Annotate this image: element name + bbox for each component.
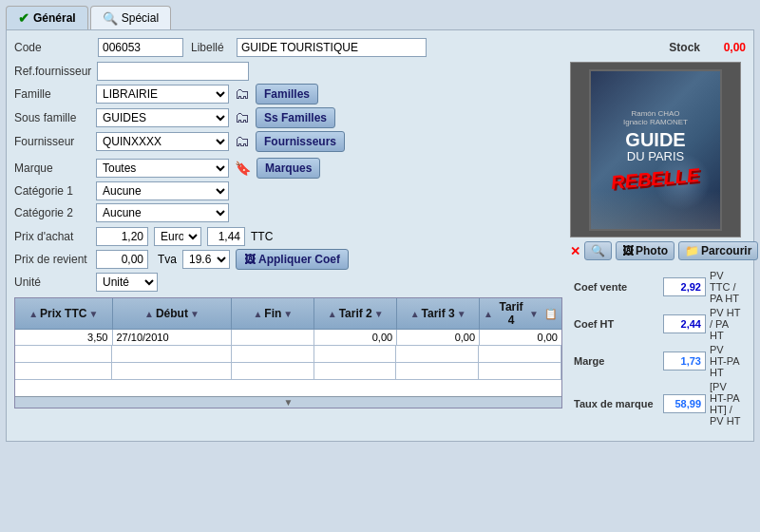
sous-famille-select[interactable]: GUIDES bbox=[96, 108, 229, 127]
famille-icon: 🗂 bbox=[235, 86, 250, 103]
familles-button[interactable]: Familles bbox=[256, 84, 318, 104]
photo-button[interactable]: 🖼 Photo bbox=[616, 241, 674, 260]
unite-label: Unité bbox=[14, 276, 90, 289]
marque-label: Marque bbox=[14, 162, 90, 175]
currency-select[interactable]: Euro bbox=[154, 227, 201, 246]
book-authors: Ramón CHAO Ignacio RAMONET bbox=[623, 109, 688, 126]
scroll-down-arrow[interactable]: ▼ bbox=[15, 396, 561, 408]
cell-prix-ttc: 3,50 bbox=[15, 330, 113, 345]
col-tarif4: ▲ Tarif 4 ▼ 📋 bbox=[480, 298, 561, 329]
appliquer-coef-icon: 🖼 bbox=[244, 253, 256, 266]
parcourir-button[interactable]: 📁 Parcourir bbox=[678, 241, 758, 260]
table-row: 3,50 27/10/2010 0,00 0,00 0,00 bbox=[15, 330, 561, 346]
cell-tarif4: 0,00 bbox=[480, 330, 561, 345]
check-icon: ✔ bbox=[18, 10, 29, 26]
ref-fournisseur-input[interactable] bbox=[97, 62, 249, 81]
coef-ht-label: Coef HT bbox=[574, 318, 659, 330]
tva-label: Tva bbox=[158, 253, 177, 266]
photo-label: Photo bbox=[636, 244, 668, 257]
fournisseur-icon: 🗂 bbox=[235, 133, 250, 150]
ttc-label: TTC bbox=[251, 230, 273, 243]
sous-famille-icon: 🗂 bbox=[235, 109, 250, 126]
tab-general-label: Général bbox=[33, 11, 76, 25]
categorie1-label: Catégorie 1 bbox=[14, 184, 90, 198]
col-tarif3: ▲ Tarif 3 ▼ bbox=[397, 298, 480, 329]
photo-area: Ramón CHAO Ignacio RAMONET GUIDE DU PARI… bbox=[570, 62, 741, 238]
marque-icon: 🔖 bbox=[235, 161, 251, 176]
table-add-icon[interactable]: 📋 bbox=[544, 308, 558, 320]
parcourir-icon: 📁 bbox=[685, 244, 699, 257]
cell-fin bbox=[232, 330, 314, 345]
marge-desc: PV HT-PA HT bbox=[710, 344, 742, 378]
price-table: ▲ Prix TTC ▼ ▲ Début ▼ ▲ Fin ▼ bbox=[14, 297, 562, 408]
col-debut: ▲ Début ▼ bbox=[113, 298, 233, 329]
appliquer-coef-button[interactable]: 🖼 Appliquer Coef bbox=[236, 249, 349, 270]
tva-select[interactable]: 19.6 bbox=[182, 250, 230, 269]
prix-achat-input[interactable] bbox=[96, 227, 148, 246]
libelle-label: Libellé bbox=[191, 41, 229, 54]
tab-general[interactable]: ✔ Général bbox=[6, 6, 88, 29]
prix-revient-label: Prix de revient bbox=[14, 253, 90, 266]
coef-ht-desc: PV HT / PA HT bbox=[710, 307, 742, 341]
fournisseur-label: Fournisseur bbox=[14, 135, 90, 148]
fournisseur-select[interactable]: QUINXXXX bbox=[96, 132, 229, 151]
code-label: Code bbox=[14, 41, 90, 54]
parcourir-label: Parcourir bbox=[701, 244, 751, 257]
famille-label: Famille bbox=[14, 87, 90, 101]
stock-value: 0,00 bbox=[708, 41, 746, 54]
libelle-input[interactable] bbox=[237, 38, 427, 57]
code-input[interactable] bbox=[98, 38, 183, 57]
coef-vente-desc: PV TTC / PA HT bbox=[710, 270, 742, 304]
sort-icon-prix[interactable]: ▲ bbox=[28, 309, 38, 319]
marge-input[interactable] bbox=[663, 352, 706, 370]
marques-button-label: Marques bbox=[265, 162, 312, 175]
tab-special[interactable]: 🔍 Spécial bbox=[90, 6, 171, 29]
sous-famille-label: Sous famille bbox=[14, 111, 90, 124]
book-title-line1: GUIDE bbox=[625, 130, 685, 149]
marque-select[interactable]: Toutes bbox=[96, 159, 229, 178]
col-prix-ttc: ▲ Prix TTC ▼ bbox=[15, 298, 113, 329]
marques-button[interactable]: Marques bbox=[256, 158, 320, 179]
unite-select[interactable]: Unité bbox=[96, 273, 158, 292]
col-fin: ▲ Fin ▼ bbox=[232, 298, 314, 329]
taux-marque-label: Taux de marque bbox=[574, 398, 659, 409]
coef-ht-input[interactable] bbox=[663, 314, 706, 333]
stock-label: Stock bbox=[669, 41, 700, 54]
cell-tarif3: 0,00 bbox=[397, 330, 480, 345]
taux-marque-input[interactable] bbox=[663, 394, 706, 413]
special-icon: 🔍 bbox=[103, 11, 118, 26]
categorie2-label: Catégorie 2 bbox=[14, 206, 90, 219]
taux-marque-desc: [PV HT-PA HT] / PV HT bbox=[710, 381, 742, 427]
cell-tarif2: 0,00 bbox=[314, 330, 397, 345]
appliquer-coef-label: Appliquer Coef bbox=[258, 253, 340, 266]
zoom-button[interactable]: 🔍 bbox=[584, 241, 612, 260]
zoom-icon: 🔍 bbox=[591, 244, 605, 257]
fournisseurs-button-label: Fournisseurs bbox=[264, 135, 336, 148]
cell-debut: 27/10/2010 bbox=[113, 330, 233, 345]
familles-button-label: Familles bbox=[264, 87, 310, 101]
coef-vente-label: Coef vente bbox=[574, 281, 659, 293]
sort-icon-prix2[interactable]: ▼ bbox=[88, 309, 98, 319]
tab-special-label: Spécial bbox=[122, 11, 159, 25]
ref-fournisseur-label: Ref.fournisseur bbox=[14, 65, 91, 78]
categorie2-select[interactable]: Aucune bbox=[96, 203, 229, 222]
photo-delete-button[interactable]: ✕ bbox=[570, 244, 580, 258]
table-row-empty2 bbox=[15, 363, 561, 380]
coef-vente-input[interactable] bbox=[663, 277, 706, 296]
col-tarif2: ▲ Tarif 2 ▼ bbox=[314, 298, 397, 329]
categorie1-select[interactable]: Aucune bbox=[96, 181, 229, 200]
table-row-empty bbox=[15, 346, 561, 363]
marge-label: Marge bbox=[574, 355, 659, 367]
photo-buttons-area: ✕ 🔍 🖼 Photo 📁 Parcourir bbox=[570, 241, 746, 260]
photo-icon: 🖼 bbox=[622, 244, 634, 257]
famille-select[interactable]: LIBRAIRIE bbox=[96, 85, 229, 104]
coef-section: Coef vente PV TTC / PA HT Coef HT PV HT … bbox=[570, 266, 746, 433]
prix-achat-label: Prix d'achat bbox=[14, 230, 90, 243]
prix-achat-ttc-input[interactable] bbox=[207, 227, 245, 246]
ss-familles-button[interactable]: Ss Familles bbox=[256, 107, 335, 128]
ss-familles-button-label: Ss Familles bbox=[264, 111, 327, 124]
fournisseurs-button[interactable]: Fournisseurs bbox=[256, 131, 345, 152]
prix-revient-input[interactable] bbox=[96, 250, 148, 269]
